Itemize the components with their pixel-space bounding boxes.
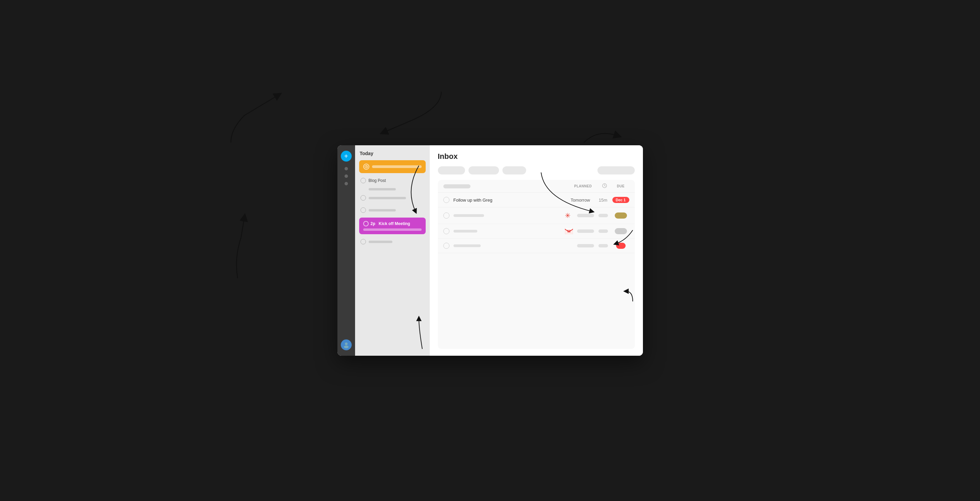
col-due-header: DUE (612, 184, 629, 188)
task-kickoff-header: 2p Kick off Meeting (363, 221, 422, 226)
inbox-task-row-1[interactable]: Follow up with Greg Tomorrow 15m Dec 1 (438, 193, 635, 207)
filter-pill-1[interactable] (438, 166, 465, 175)
inbox-task-text-1: Follow up with Greg (453, 197, 493, 203)
inbox-task-bar-3 (453, 230, 477, 232)
today-panel: Today Blog Post (355, 145, 430, 356)
task-checkbox-2[interactable] (361, 207, 366, 213)
sidebar-dot-2 (345, 175, 348, 178)
task-bar-1 (369, 197, 406, 199)
task-generic-2[interactable] (359, 205, 426, 215)
due-pill-gray (615, 228, 627, 234)
inbox-task-row-3[interactable]: M (438, 224, 635, 239)
inbox-card: PLANNED DUE Follow up with Greg Tomorrow… (438, 180, 635, 349)
task-last[interactable] (359, 237, 426, 247)
inbox-panel: Inbox PLANNED DUE (430, 145, 643, 356)
filter-pill-2[interactable] (468, 166, 499, 175)
inbox-dur-pill-3 (598, 229, 608, 233)
inbox-task-row-2[interactable]: ✳ (438, 207, 635, 224)
task-kickoff-label: 2p Kick off Meeting (371, 221, 410, 226)
inbox-title: Inbox (438, 152, 635, 161)
task-orange-bar (372, 165, 422, 168)
inbox-checkbox-3[interactable] (443, 228, 449, 234)
due-badge-1: Dec 1 (612, 197, 629, 203)
svg-line-7 (605, 186, 606, 186)
inbox-dur-pill-2 (598, 214, 608, 217)
clock-icon-purple (363, 221, 369, 226)
filter-row (438, 166, 635, 175)
card-header-bar (443, 184, 471, 188)
inbox-planned-1: Tomorrow (567, 197, 594, 203)
avatar[interactable] (341, 339, 352, 350)
task-generic-1[interactable] (359, 193, 426, 203)
gmail-icon: M (565, 228, 573, 234)
filter-pill-4[interactable] (597, 166, 635, 175)
inbox-duration-1: 15m (598, 197, 608, 203)
inbox-dur-pill-4 (598, 244, 608, 247)
task-kickoff-bar (363, 229, 422, 231)
task-kickoff[interactable]: 2p Kick off Meeting (359, 218, 426, 234)
inbox-checkbox-1[interactable] (443, 197, 449, 203)
svg-line-4 (366, 167, 367, 167)
inbox-planned-pill-4 (577, 244, 594, 247)
sidebar-dot-3 (345, 182, 348, 185)
card-header: PLANNED DUE (438, 180, 635, 193)
col-planned-header: PLANNED (570, 184, 597, 188)
col-clock-header (600, 183, 610, 189)
inbox-checkbox-4[interactable] (443, 243, 449, 249)
task-orange[interactable] (359, 160, 426, 173)
task-blog[interactable]: Blog Post (359, 176, 426, 185)
task-blog-subbar (369, 188, 396, 191)
add-button[interactable]: + (341, 151, 352, 162)
task-checkbox-1[interactable] (361, 195, 366, 200)
app-window: + Today Blog Post (337, 145, 643, 356)
inbox-planned-pill-2 (577, 214, 594, 217)
svg-point-1 (344, 345, 348, 348)
inbox-task-bar-2 (453, 214, 484, 217)
svg-point-0 (345, 342, 348, 345)
task-bar-2 (369, 209, 396, 212)
due-pill-olive (615, 213, 627, 219)
sidebar-dot-1 (345, 167, 348, 170)
inbox-task-row-4[interactable] (438, 239, 635, 253)
due-pill-red (616, 243, 625, 249)
task-checkbox-last[interactable] (361, 239, 366, 244)
svg-text:M: M (567, 229, 570, 233)
task-bar-last (369, 241, 392, 243)
task-checkbox-blog[interactable] (361, 178, 366, 183)
today-title: Today (359, 151, 426, 156)
inbox-checkbox-2[interactable] (443, 213, 449, 219)
sidebar: + (337, 145, 355, 356)
filter-pill-3[interactable] (503, 166, 526, 175)
clock-icon (363, 164, 369, 170)
task-blog-label: Blog Post (369, 178, 386, 183)
asterisk-icon: ✳ (563, 212, 573, 219)
inbox-task-bar-4 (453, 244, 480, 247)
inbox-planned-pill-3 (577, 229, 594, 233)
